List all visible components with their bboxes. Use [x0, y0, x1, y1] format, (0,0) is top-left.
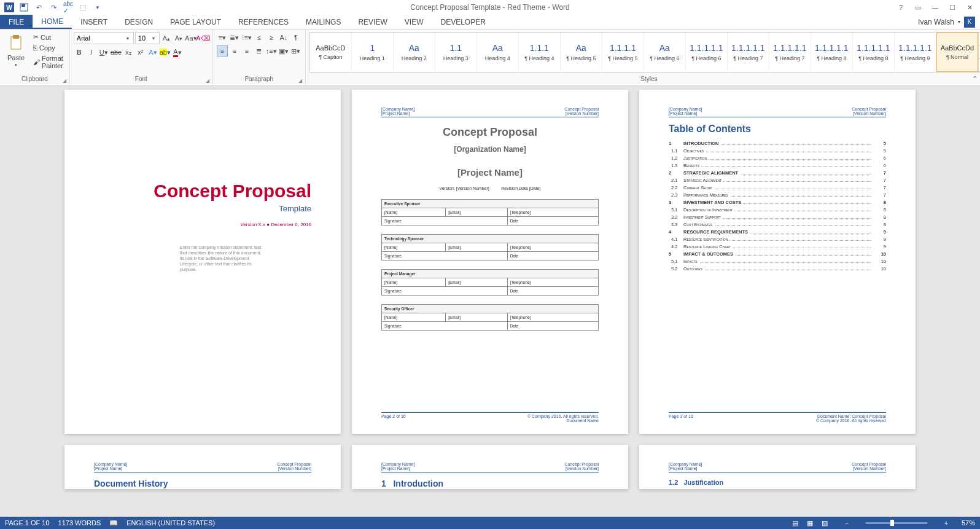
- bold-icon[interactable]: B: [74, 47, 85, 58]
- print-layout-icon[interactable]: ▦: [803, 518, 817, 528]
- tab-file[interactable]: FILE: [0, 15, 33, 29]
- grow-font-icon[interactable]: A▴: [161, 33, 172, 44]
- copy-button[interactable]: ⎘Copy: [31, 43, 66, 53]
- line-spacing-icon[interactable]: ↕≡▾: [266, 45, 277, 57]
- tab-design[interactable]: DESIGN: [116, 15, 161, 29]
- style-item[interactable]: 1.1.1.1.1¶ Heading 8: [853, 33, 895, 72]
- sort-icon[interactable]: A↓: [278, 32, 289, 43]
- toc-row[interactable]: 1Introduction5: [669, 141, 886, 146]
- tab-review[interactable]: REVIEW: [349, 15, 395, 29]
- toc-row[interactable]: 3.1Description of Investment8: [669, 207, 886, 213]
- customize-qat-icon[interactable]: ▼: [91, 1, 104, 14]
- toc-row[interactable]: 5.2Outcomes10: [669, 266, 886, 272]
- proofing-icon[interactable]: 📖: [109, 519, 118, 527]
- toc-row[interactable]: 5Impact & Outcomes10: [669, 251, 886, 257]
- align-left-icon[interactable]: ≡: [217, 45, 228, 57]
- status-words[interactable]: 1173 WORDS: [58, 519, 101, 527]
- multilevel-icon[interactable]: ⁝≡▾: [241, 32, 252, 43]
- highlight-icon[interactable]: ab▾: [160, 47, 171, 58]
- borders-icon[interactable]: ⊞▾: [290, 45, 301, 57]
- document-canvas[interactable]: Concept Proposal Template Version X.x ● …: [0, 86, 980, 517]
- style-item[interactable]: AaHeading 2: [394, 33, 435, 72]
- tab-insert[interactable]: INSERT: [72, 15, 116, 29]
- underline-icon[interactable]: U▾: [98, 47, 109, 58]
- change-case-icon[interactable]: Aa▾: [185, 33, 196, 44]
- toc-row[interactable]: 5.1Impacts10: [669, 259, 886, 264]
- style-item[interactable]: Aa¶ Heading 5: [561, 33, 602, 72]
- collapse-ribbon-icon[interactable]: ⌃: [972, 75, 978, 83]
- tab-mailings[interactable]: MAILINGS: [297, 15, 349, 29]
- font-color-icon[interactable]: A▾: [172, 47, 183, 58]
- ribbon-display-icon[interactable]: ▭: [910, 1, 926, 14]
- zoom-thumb[interactable]: [890, 520, 894, 526]
- styles-gallery[interactable]: AaBbCcD¶ Caption1Heading 1AaHeading 21.1…: [309, 32, 980, 72]
- help-icon[interactable]: ?: [893, 1, 909, 14]
- toc-row[interactable]: 1.3Benefits6: [669, 163, 886, 168]
- numbering-icon[interactable]: ≣▾: [229, 32, 240, 43]
- toc-row[interactable]: 3.2Investment Support8: [669, 214, 886, 220]
- show-marks-icon[interactable]: ¶: [290, 32, 301, 43]
- tab-developer[interactable]: DEVELOPER: [432, 15, 494, 29]
- read-mode-icon[interactable]: ▤: [788, 518, 802, 528]
- style-item[interactable]: 1.1.1.1.1¶ Heading 8: [811, 33, 853, 72]
- shading-icon[interactable]: ▣▾: [278, 45, 289, 57]
- status-language[interactable]: ENGLISH (UNITED STATES): [126, 519, 215, 527]
- subscript-icon[interactable]: x₂: [123, 47, 134, 58]
- font-size-input[interactable]: [136, 33, 148, 44]
- style-item[interactable]: AaHeading 4: [477, 33, 519, 72]
- toc-row[interactable]: 2Strategic Alignment7: [669, 170, 886, 176]
- strike-icon[interactable]: abc: [111, 47, 122, 58]
- font-launcher[interactable]: ◢: [204, 77, 211, 84]
- shrink-font-icon[interactable]: A▾: [173, 33, 184, 44]
- style-item[interactable]: 1.1.1.1.1¶ Heading 6: [686, 33, 728, 72]
- page-1[interactable]: Concept Proposal Template Version X.x ● …: [64, 90, 341, 434]
- page-4[interactable]: [Company Name][Project Name] Concept Pro…: [64, 445, 341, 489]
- superscript-icon[interactable]: x²: [135, 47, 146, 58]
- page-3[interactable]: [Company Name][Project Name] Concept Pro…: [639, 90, 916, 434]
- toc-row[interactable]: 4Resource Requirements9: [669, 229, 886, 235]
- style-item[interactable]: 1.1.1.1.1¶ Heading 9: [895, 33, 936, 72]
- redo-icon[interactable]: ↷: [47, 1, 60, 14]
- undo-icon[interactable]: ↶: [32, 1, 45, 14]
- align-center-icon[interactable]: ≡: [229, 45, 240, 57]
- bullets-icon[interactable]: ≡▾: [217, 32, 228, 43]
- minimize-icon[interactable]: —: [927, 1, 943, 14]
- tab-pagelayout[interactable]: PAGE LAYOUT: [161, 15, 230, 29]
- toc-row[interactable]: 1.2Justification6: [669, 155, 886, 161]
- align-right-icon[interactable]: ≡: [241, 45, 252, 57]
- toc-row[interactable]: 3.3Cost Estimates8: [669, 222, 886, 227]
- style-item[interactable]: 1.1.1.1.1¶ Heading 7: [728, 33, 769, 72]
- style-item[interactable]: 1.1Heading 3: [435, 33, 477, 72]
- clipboard-launcher[interactable]: ◢: [61, 77, 68, 84]
- page-6[interactable]: [Company Name][Project Name] Concept Pro…: [639, 445, 916, 489]
- font-size-dropdown[interactable]: ▼: [148, 33, 159, 44]
- toc-row[interactable]: 4.2Resource Loading Chart9: [669, 244, 886, 249]
- maximize-icon[interactable]: ☐: [944, 1, 960, 14]
- tab-home[interactable]: HOME: [33, 15, 72, 29]
- format-painter-button[interactable]: 🖌Format Painter: [31, 53, 66, 71]
- text-effects-icon[interactable]: A▾: [147, 47, 158, 58]
- justify-icon[interactable]: ≣: [254, 45, 265, 57]
- font-name-dropdown[interactable]: ▼: [122, 33, 133, 44]
- increase-indent-icon[interactable]: ≥: [266, 32, 277, 43]
- toc-row[interactable]: 4.1Resource Identification9: [669, 237, 886, 242]
- toc-row[interactable]: 1.1Objectives5: [669, 148, 886, 154]
- zoom-out-icon[interactable]: −: [840, 518, 854, 528]
- spellcheck-icon[interactable]: abc✓: [61, 1, 75, 14]
- style-item[interactable]: 1Heading 1: [352, 33, 394, 72]
- page-2[interactable]: [Company Name][Project Name] Concept Pro…: [352, 90, 628, 434]
- zoom-level[interactable]: 57%: [962, 519, 975, 527]
- web-layout-icon[interactable]: ▨: [818, 518, 831, 528]
- touch-mode-icon[interactable]: ⬚: [76, 1, 90, 14]
- cut-button[interactable]: ✂Cut: [31, 32, 66, 42]
- save-icon[interactable]: [17, 1, 31, 14]
- style-item[interactable]: AaBbCcD¶ Caption: [310, 33, 352, 72]
- tab-references[interactable]: REFERENCES: [230, 15, 297, 29]
- page-5[interactable]: [Company Name][Project Name] Concept Pro…: [352, 445, 628, 489]
- paragraph-launcher[interactable]: ◢: [297, 77, 304, 84]
- status-page[interactable]: PAGE 1 OF 10: [5, 519, 50, 527]
- style-item[interactable]: Aa¶ Heading 6: [644, 33, 686, 72]
- italic-icon[interactable]: I: [86, 47, 97, 58]
- style-item[interactable]: 1.1.1¶ Heading 4: [519, 33, 561, 72]
- clear-format-icon[interactable]: A⌫: [198, 33, 209, 44]
